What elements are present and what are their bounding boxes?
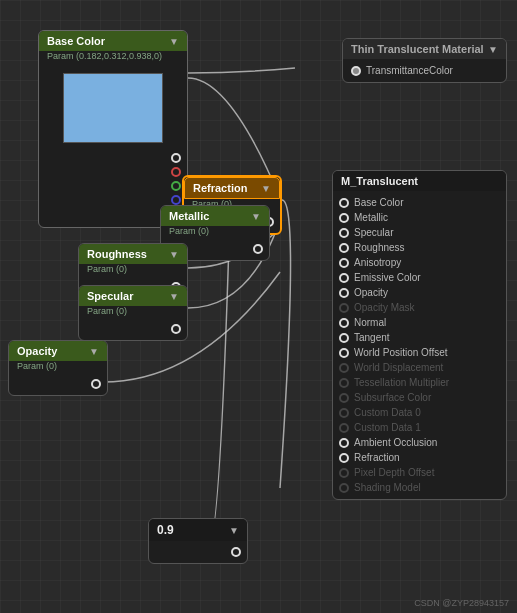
pin-opacity: Opacity — [333, 285, 506, 300]
node-thin-translucent-title: Thin Translucent Material — [351, 43, 484, 55]
pin-m-tess — [339, 378, 349, 388]
node-refraction-header: Refraction ▼ — [184, 177, 280, 199]
node-roughness-subtitle: Param (0) — [79, 264, 187, 276]
pin-tangent: Tangent — [333, 330, 506, 345]
expand-icon-opacity[interactable]: ▼ — [89, 346, 99, 357]
pin-custom1: Custom Data 1 — [333, 420, 506, 435]
pin-red[interactable] — [171, 167, 181, 177]
pin-m-ao[interactable] — [339, 438, 349, 448]
node-thin-translucent[interactable]: Thin Translucent Material ▼ Transmittanc… — [342, 38, 507, 83]
expand-icon-09[interactable]: ▼ — [229, 525, 239, 536]
pin-world-pos: World Position Offset — [333, 345, 506, 360]
node-thin-translucent-header: Thin Translucent Material ▼ — [343, 39, 506, 59]
node-09[interactable]: 0.9 ▼ — [148, 518, 248, 564]
pin-white[interactable] — [171, 153, 181, 163]
node-m-translucent-title: M_Translucent — [341, 175, 418, 187]
node-base-color-subtitle: Param (0.182,0.312,0.938,0) — [39, 51, 187, 63]
node-09-header: 0.9 ▼ — [149, 519, 247, 541]
expand-icon-thin[interactable]: ▼ — [488, 44, 498, 55]
pin-specular-out — [79, 322, 187, 336]
node-base-color-body — [39, 63, 187, 227]
pin-metallic: Metallic — [333, 210, 506, 225]
node-specular-header: Specular ▼ — [79, 286, 187, 306]
watermark: CSDN @ZYP28943157 — [414, 598, 509, 608]
pin-green[interactable] — [171, 181, 181, 191]
expand-icon-roughness[interactable]: ▼ — [169, 249, 179, 260]
node-09-body — [149, 541, 247, 563]
pin-m-subsurface — [339, 393, 349, 403]
pin-m-emissive[interactable] — [339, 273, 349, 283]
pin-m-roughness[interactable] — [339, 243, 349, 253]
expand-icon-specular[interactable]: ▼ — [169, 291, 179, 302]
node-specular-subtitle: Param (0) — [79, 306, 187, 318]
node-opacity-header: Opacity ▼ — [9, 341, 107, 361]
pin-m-refraction[interactable] — [339, 453, 349, 463]
pin-opacity-mask: Opacity Mask — [333, 300, 506, 315]
pin-roughness: Roughness — [333, 240, 506, 255]
node-m-translucent-body: Base Color Metallic Specular Roughness A… — [333, 191, 506, 499]
pin-m-specular[interactable] — [339, 228, 349, 238]
node-base-color-title: Base Color — [47, 35, 105, 47]
pin-row-transmittance: TransmittanceColor — [343, 63, 506, 78]
pin-transmittance[interactable] — [351, 66, 361, 76]
pin-emissive: Emissive Color — [333, 270, 506, 285]
pin-transmittance-label: TransmittanceColor — [366, 65, 453, 76]
pin-refraction-in: Refraction — [333, 450, 506, 465]
pin-m-pixel-depth — [339, 468, 349, 478]
node-metallic-header: Metallic ▼ — [161, 206, 269, 226]
node-metallic-title: Metallic — [169, 210, 209, 222]
pin-m-opacity[interactable] — [339, 288, 349, 298]
pin-m-custom0 — [339, 408, 349, 418]
pin-metallic-output[interactable] — [253, 244, 263, 254]
pin-m-normal[interactable] — [339, 318, 349, 328]
pin-m-metallic[interactable] — [339, 213, 349, 223]
node-09-title: 0.9 — [157, 523, 174, 537]
pin-09-out — [149, 545, 247, 559]
pin-specular-output[interactable] — [171, 324, 181, 334]
pin-m-world-disp — [339, 363, 349, 373]
node-opacity-title: Opacity — [17, 345, 57, 357]
color-preview — [63, 73, 163, 143]
pin-shading: Shading Model — [333, 480, 506, 495]
expand-icon[interactable]: ▼ — [169, 36, 179, 47]
expand-icon-metallic[interactable]: ▼ — [251, 211, 261, 222]
pin-normal: Normal — [333, 315, 506, 330]
pin-specular: Specular — [333, 225, 506, 240]
pin-pixel-depth: Pixel Depth Offset — [333, 465, 506, 480]
pin-m-tangent[interactable] — [339, 333, 349, 343]
node-roughness-header: Roughness ▼ — [79, 244, 187, 264]
pin-anisotropy: Anisotropy — [333, 255, 506, 270]
node-specular-body — [79, 318, 187, 340]
pin-m-shading — [339, 483, 349, 493]
pin-tess: Tessellation Multiplier — [333, 375, 506, 390]
pin-m-world-pos[interactable] — [339, 348, 349, 358]
node-roughness-title: Roughness — [87, 248, 147, 260]
pin-ao: Ambient Occlusion — [333, 435, 506, 450]
pin-world-disp: World Displacement — [333, 360, 506, 375]
node-opacity[interactable]: Opacity ▼ Param (0) — [8, 340, 108, 396]
pin-m-anisotropy[interactable] — [339, 258, 349, 268]
pin-opacity-output[interactable] — [91, 379, 101, 389]
node-m-translucent-header: M_Translucent — [333, 171, 506, 191]
node-base-color-header: Base Color ▼ — [39, 31, 187, 51]
pin-blue[interactable] — [171, 195, 181, 205]
node-opacity-subtitle: Param (0) — [9, 361, 107, 373]
pin-custom0: Custom Data 0 — [333, 405, 506, 420]
pin-m-base-color[interactable] — [339, 198, 349, 208]
node-refraction-title: Refraction — [193, 182, 247, 194]
node-thin-translucent-body: TransmittanceColor — [343, 59, 506, 82]
pin-subsurface: Subsurface Color — [333, 390, 506, 405]
pin-opacity-out — [9, 377, 107, 391]
node-base-color[interactable]: Base Color ▼ Param (0.182,0.312,0.938,0) — [38, 30, 188, 228]
node-specular[interactable]: Specular ▼ Param (0) — [78, 285, 188, 341]
pin-row-green — [39, 179, 187, 193]
node-specular-title: Specular — [87, 290, 133, 302]
pin-base-color: Base Color — [333, 195, 506, 210]
pin-m-opacity-mask — [339, 303, 349, 313]
pin-09-output[interactable] — [231, 547, 241, 557]
node-metallic-subtitle: Param (0) — [161, 226, 269, 238]
node-m-translucent[interactable]: M_Translucent Base Color Metallic Specul… — [332, 170, 507, 500]
pin-row-white — [39, 151, 187, 165]
node-opacity-body — [9, 373, 107, 395]
expand-icon-refraction[interactable]: ▼ — [261, 183, 271, 194]
